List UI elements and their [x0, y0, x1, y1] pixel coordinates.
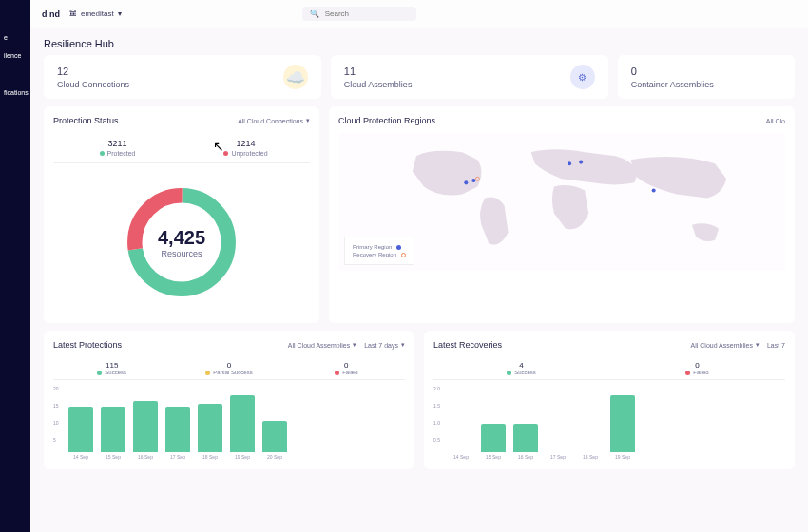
stat-value: 0: [631, 66, 714, 77]
x-label: 18 Sep: [198, 454, 222, 460]
donut-chart: 4,425 Resources: [53, 171, 310, 314]
status-protected: 3211 Protected: [53, 133, 182, 162]
x-label: 16 Sep: [513, 454, 538, 460]
donut-total: 4,425: [158, 227, 205, 249]
x-label: 20 Sep: [262, 454, 287, 460]
map-legend: Primary Region Recovery Region: [344, 237, 414, 265]
bank-icon: 🏛: [69, 10, 77, 18]
filter-assemblies[interactable]: All Cloud Assemblies▾: [691, 341, 760, 349]
status-legend: 3211 Protected 1214 Unprotected: [53, 133, 310, 163]
x-label: 16 Sep: [133, 454, 158, 460]
latest-protections-panel: Latest Protections All Cloud Assemblies▾…: [44, 331, 414, 469]
sidebar-item-2[interactable]: fications: [0, 84, 30, 102]
stat-label: Container Assemblies: [631, 80, 714, 89]
bar: [230, 395, 255, 452]
page-title: Resilience Hub: [30, 28, 808, 55]
bar: [165, 407, 190, 452]
chevron-down-icon: ▾: [756, 341, 760, 349]
x-label: 19 Sep: [230, 454, 255, 460]
stat-value: 12: [57, 66, 129, 77]
x-label: 15 Sep: [101, 454, 125, 460]
chevron-down-icon: ▾: [118, 10, 122, 18]
stat-card-assemblies[interactable]: 11 Cloud Assemblies ⚙: [331, 55, 608, 99]
svg-point-2: [464, 180, 468, 184]
stat-cards-row: 12 Cloud Connections ☁️ ↖ 11 Cloud Assem…: [30, 55, 808, 99]
world-map[interactable]: Primary Region Recovery Region: [338, 133, 785, 271]
bar: [610, 395, 635, 452]
dot-icon: [223, 151, 228, 156]
dot-icon: [401, 253, 406, 257]
panel-title: Latest Recoveries: [433, 340, 502, 350]
y-axis: 2015105: [53, 386, 59, 443]
chart-legend: 115Success 0Partial Success 0Failed: [53, 357, 405, 380]
dot-icon: [100, 151, 105, 156]
stat-card-containers[interactable]: 0 Container Assemblies: [618, 55, 795, 99]
bar: [68, 407, 93, 452]
chevron-down-icon: ▾: [401, 341, 405, 349]
x-label: 18 Sep: [578, 454, 603, 460]
recoveries-bar-chart: 2.01.51.00.5: [433, 386, 785, 452]
org-selector[interactable]: 🏛 emeditast ▾: [69, 10, 122, 18]
bar: [513, 424, 538, 452]
x-label: 14 Sep: [449, 454, 473, 460]
search-icon: 🔍: [310, 10, 319, 18]
svg-point-4: [568, 162, 571, 165]
sidebar-item-1[interactable]: ilence: [0, 47, 30, 65]
x-label: 19 Sep: [610, 454, 635, 460]
chart-legend: 4Success 0Failed: [433, 357, 785, 380]
org-name: emeditast: [81, 10, 114, 18]
protection-status-panel: Protection Status All Cloud Connections▾…: [44, 106, 319, 323]
search-container: 🔍: [302, 7, 416, 21]
latest-recoveries-panel: Latest Recoveries All Cloud Assemblies▾ …: [424, 331, 795, 469]
filter-timerange[interactable]: Last 7 days▾: [364, 341, 405, 349]
bar: [101, 407, 125, 452]
panel-title: Cloud Protection Regions: [338, 116, 435, 125]
panel-title: Latest Protections: [53, 340, 122, 350]
dot-icon: [396, 245, 401, 250]
protections-bar-chart: 2015105: [53, 386, 405, 452]
y-axis: 2.01.51.00.5: [433, 386, 440, 443]
x-label: 14 Sep: [68, 454, 93, 460]
status-unprotected: 1214 Unprotected: [182, 133, 310, 162]
stat-card-connections[interactable]: 12 Cloud Connections ☁️ ↖: [44, 55, 321, 99]
stat-label: Cloud Connections: [57, 80, 129, 89]
x-label: 17 Sep: [546, 454, 570, 460]
bar: [262, 421, 287, 452]
charts-row: Latest Protections All Cloud Assemblies▾…: [30, 331, 808, 469]
bar: [481, 424, 506, 452]
topbar: d nd 🏛 emeditast ▾ 🔍: [30, 0, 808, 28]
filter-connections[interactable]: All Cloud Connections▾: [238, 117, 310, 124]
stat-label: Cloud Assemblies: [344, 80, 413, 89]
filter-map[interactable]: All Clo: [766, 118, 785, 124]
stat-value: 11: [344, 66, 413, 77]
sidebar: e ilence fications: [0, 0, 30, 532]
bar: [198, 404, 222, 452]
chevron-down-icon: ▾: [353, 341, 356, 349]
cloud-icon: ☁️: [283, 65, 308, 89]
donut-label: Resources: [158, 249, 205, 258]
x-label: 15 Sep: [481, 454, 506, 460]
bar: [133, 401, 158, 452]
x-label: 17 Sep: [165, 454, 190, 460]
svg-point-5: [579, 161, 583, 164]
map-panel: Cloud Protection Regions All Clo: [329, 106, 795, 323]
search-input[interactable]: [325, 10, 409, 18]
gear-icon: ⚙: [570, 65, 595, 89]
sidebar-item-0[interactable]: e: [0, 28, 30, 47]
panels-row: Protection Status All Cloud Connections▾…: [30, 106, 808, 323]
main-content: d nd 🏛 emeditast ▾ 🔍 Resilience Hub 12 C…: [30, 0, 808, 532]
filter-timerange[interactable]: Last 7: [767, 341, 785, 349]
svg-point-6: [652, 188, 656, 192]
svg-point-3: [471, 179, 475, 182]
filter-assemblies[interactable]: All Cloud Assemblies▾: [288, 341, 356, 349]
chevron-down-icon: ▾: [306, 117, 310, 124]
logo: d nd: [42, 10, 60, 19]
panel-title: Protection Status: [53, 116, 119, 125]
